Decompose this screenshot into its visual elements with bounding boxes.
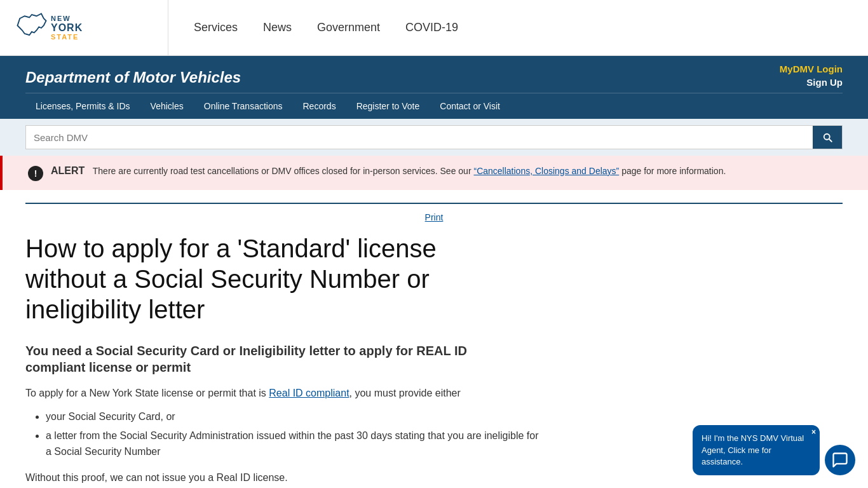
logo-new: NEW xyxy=(51,15,83,22)
nav-contact-visit[interactable]: Contact or Visit xyxy=(430,93,510,119)
top-navigation-bar: NEW YORK STATE Services News Government … xyxy=(0,0,868,56)
nav-vehicles[interactable]: Vehicles xyxy=(140,93,194,119)
chat-widget: × Hi! I'm the NYS DMV Virtual Agent, Cli… xyxy=(693,425,855,475)
bullet-list: your Social Security Card, or a letter f… xyxy=(46,409,541,460)
dmv-header: Department of Motor Vehicles MyDMV Login… xyxy=(0,56,868,119)
body-text-before-link: To apply for a New York State license or… xyxy=(25,388,269,398)
alert-content: ALERT There are currently road test canc… xyxy=(51,165,726,178)
dmv-title[interactable]: Department of Motor Vehicles xyxy=(25,64,241,86)
logo-york: YORK xyxy=(51,22,83,34)
alert-text: There are currently road test cancellati… xyxy=(93,166,726,176)
nys-state-map-icon xyxy=(13,9,51,47)
chat-close-button[interactable]: × xyxy=(811,428,816,437)
dmv-nav: Licenses, Permits & IDs Vehicles Online … xyxy=(25,93,843,119)
search-input[interactable] xyxy=(26,127,813,148)
list-item: your Social Security Card, or xyxy=(46,409,541,425)
nav-register-vote[interactable]: Register to Vote xyxy=(346,93,430,119)
print-link-area: Print xyxy=(25,212,843,223)
body-text-2: Without this proof, we can not issue you… xyxy=(25,470,521,485)
real-id-link[interactable]: Real ID compliant xyxy=(269,388,349,398)
logo-area: NEW YORK STATE xyxy=(13,0,168,55)
page-heading: How to apply for a 'Standard' license wi… xyxy=(25,233,521,325)
search-bar xyxy=(0,119,868,156)
dmv-header-top: Department of Motor Vehicles MyDMV Login… xyxy=(25,64,843,93)
chat-icon xyxy=(831,451,849,469)
chat-bubble: × Hi! I'm the NYS DMV Virtual Agent, Cli… xyxy=(693,425,820,475)
search-input-wrap xyxy=(25,125,843,149)
nav-covid[interactable]: COVID-19 xyxy=(405,21,458,34)
nav-services[interactable]: Services xyxy=(194,21,238,34)
logo-state: STATE xyxy=(51,33,83,41)
chat-bubble-text: Hi! I'm the NYS DMV Virtual Agent, Click… xyxy=(702,433,804,466)
body-intro-text: To apply for a New York State license or… xyxy=(25,386,521,401)
top-nav: Services News Government COVID-19 xyxy=(168,21,458,34)
sub-heading: You need a Social Security Card or Ineli… xyxy=(25,342,521,376)
search-icon xyxy=(822,132,833,143)
dmv-auth: MyDMV Login Sign Up xyxy=(780,64,843,88)
list-item: a letter from the Social Security Admini… xyxy=(46,428,541,460)
nav-news[interactable]: News xyxy=(263,21,292,34)
content-divider xyxy=(25,203,843,204)
alert-label: ALERT xyxy=(51,165,85,176)
nys-logo[interactable]: NEW YORK STATE xyxy=(13,9,83,47)
search-button[interactable] xyxy=(813,126,842,149)
alert-icon: ! xyxy=(28,166,43,181)
sign-up-link[interactable]: Sign Up xyxy=(806,77,843,88)
alert-bar: ! ALERT There are currently road test ca… xyxy=(0,156,868,190)
chat-open-button[interactable] xyxy=(825,445,855,475)
nav-records[interactable]: Records xyxy=(293,93,346,119)
body-text-after-link: , you must provide either xyxy=(349,388,461,398)
nav-online-transactions[interactable]: Online Transactions xyxy=(194,93,293,119)
nys-logo-text: NEW YORK STATE xyxy=(51,15,83,41)
alert-cancellations-link[interactable]: “Cancellations, Closings and Delays” xyxy=(473,166,619,176)
nav-licenses[interactable]: Licenses, Permits & IDs xyxy=(25,93,140,119)
nav-government[interactable]: Government xyxy=(317,21,380,34)
print-link[interactable]: Print xyxy=(425,212,444,222)
mydmv-login-link[interactable]: MyDMV Login xyxy=(780,64,843,74)
